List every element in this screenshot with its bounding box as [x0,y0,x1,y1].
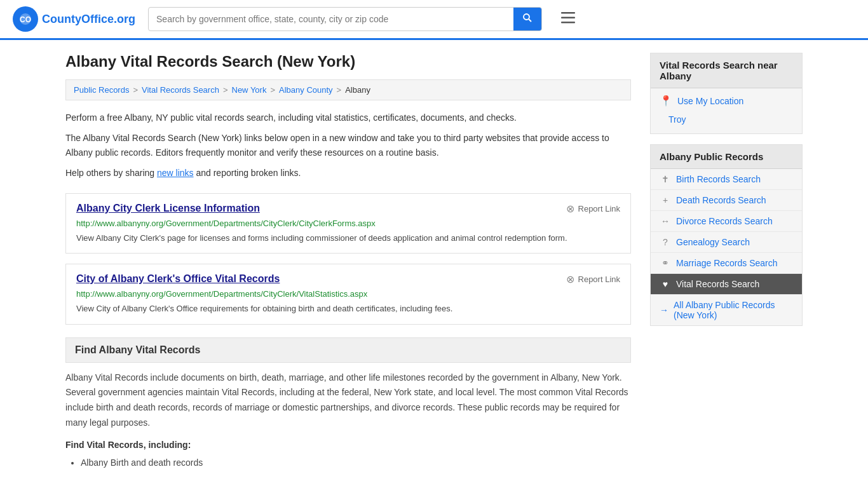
description-p1: Perform a free Albany, NY public vital r… [65,111,631,125]
breadcrumb-albany-county[interactable]: Albany County [279,85,333,95]
svg-rect-7 [561,22,575,24]
records-list: Albany City Clerk License Information ⊗ … [65,193,631,325]
logo-icon: CO [13,6,38,32]
report-link-btn[interactable]: ⊗ Report Link [566,203,620,215]
sidebar-all-records[interactable]: → All Albany Public Records (New York) [651,295,802,325]
use-my-location-link[interactable]: Use My Location [677,96,743,106]
find-list-item: Albany Birth and death records [81,455,631,471]
use-my-location-item: 📍 Use My Location [660,95,793,107]
svg-text:CO: CO [20,15,31,24]
svg-point-3 [524,14,529,20]
search-input[interactable] [149,9,513,29]
sidebar-nearby-section: Vital Records Search near Albany 📍 Use M… [650,53,803,134]
sidebar-marriage-records[interactable]: ⚭ Marriage Records Search [651,253,802,274]
find-section-subtitle: Find Vital Records, including: [65,440,631,450]
record-link[interactable]: City of Albany Clerk's Office Vital Reco… [76,273,280,284]
sidebar: Vital Records Search near Albany 📍 Use M… [650,53,803,471]
sidebar-birth-records[interactable]: ✝ Birth Records Search [651,169,802,190]
sidebar-divorce-records[interactable]: ↔ Divorce Records Search [651,211,802,232]
page-container: Albany Vital Records Search (New York) P… [53,40,815,484]
record-url[interactable]: http://www.albanyny.org/Government/Depar… [76,289,620,299]
record-title: City of Albany Clerk's Office Vital Reco… [76,273,280,285]
page-title: Albany Vital Records Search (New York) [65,53,631,71]
report-icon: ⊗ [566,273,574,285]
breadcrumb-public-records[interactable]: Public Records [74,85,129,95]
logo-text: CountyOffice.org [42,13,135,26]
breadcrumb-vital-records[interactable]: Vital Records Search [142,85,219,95]
description-p2: The Albany Vital Records Search (New Yor… [65,131,631,159]
vital-icon: ♥ [660,279,671,289]
record-link[interactable]: Albany City Clerk License Information [76,203,260,214]
find-section-body: Albany Vital Records include documents o… [65,370,631,431]
search-button[interactable] [513,8,541,30]
genealogy-icon: ? [660,237,671,247]
sidebar-vital-records[interactable]: ♥ Vital Records Search [651,274,802,295]
logo[interactable]: CO CountyOffice.org [13,6,135,32]
sidebar-public-records-section: Albany Public Records ✝ Birth Records Se… [650,144,803,326]
nearby-troy-link[interactable]: Troy [660,112,793,127]
record-url[interactable]: http://www.albanyny.org/Government/Depar… [76,219,620,228]
breadcrumb-albany: Albany [345,85,370,95]
new-links-link[interactable]: new links [157,168,194,178]
description-p3: Help others by sharing new links and rep… [65,166,631,180]
sidebar-public-records-header: Albany Public Records [651,145,802,169]
all-records-arrow-icon: → [660,305,668,315]
report-link-btn[interactable]: ⊗ Report Link [566,273,620,285]
record-title: Albany City Clerk License Information [76,203,260,214]
record-item: City of Albany Clerk's Office Vital Reco… [65,264,631,325]
menu-button[interactable] [561,11,575,27]
marriage-icon: ⚭ [660,258,671,268]
sidebar-death-records[interactable]: + Death Records Search [651,190,802,211]
sidebar-nearby-body: 📍 Use My Location Troy [651,88,802,133]
description-block: Perform a free Albany, NY public vital r… [65,111,631,180]
divorce-icon: ↔ [660,216,671,226]
find-list: Albany Birth and death records [65,455,631,471]
find-section: Find Albany Vital Records Albany Vital R… [65,337,631,471]
breadcrumb-new-york[interactable]: New York [232,85,267,95]
report-icon: ⊗ [566,203,574,215]
svg-rect-5 [561,12,575,14]
record-item: Albany City Clerk License Information ⊗ … [65,193,631,254]
header: CO CountyOffice.org [0,0,868,40]
breadcrumb: Public Records > Vital Records Search > … [65,79,631,100]
main-content: Albany Vital Records Search (New York) P… [65,53,631,471]
sidebar-genealogy[interactable]: ? Genealogy Search [651,232,802,253]
find-section-header: Find Albany Vital Records [65,337,631,363]
record-description: View City of Albany Clerk's Office requi… [76,302,620,315]
death-icon: + [660,195,671,205]
sidebar-nearby-header: Vital Records Search near Albany [651,53,802,88]
svg-line-4 [529,19,531,22]
search-bar [148,7,542,31]
birth-icon: ✝ [660,174,671,184]
location-pin-icon: 📍 [660,95,672,107]
svg-rect-6 [561,17,575,19]
record-description: View Albany City Clerk's page for licens… [76,232,620,245]
